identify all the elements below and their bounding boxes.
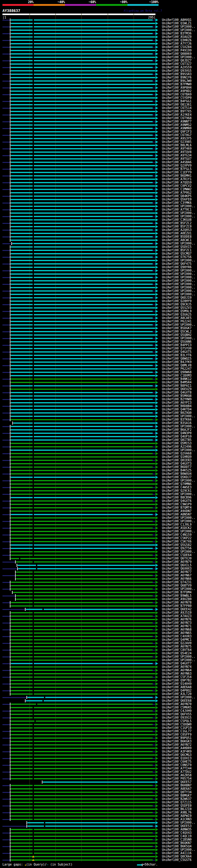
hit-label[interactable]: UniRef100_A9UZ80 [162, 598, 192, 601]
hit-bar[interactable] [11, 487, 153, 488]
hit-bar[interactable] [11, 168, 153, 170]
hit-label[interactable]: UniRef100_A8CAE5 [162, 316, 192, 320]
hit-label[interactable]: UniRef100_P05754 [162, 777, 192, 780]
hit-label[interactable]: UniRef100_A4I116 [162, 852, 192, 855]
hit-bar[interactable] [11, 514, 153, 515]
hit-bar[interactable] [11, 494, 153, 495]
hit-bar[interactable] [11, 663, 153, 664]
hit-label[interactable]: UniRef100_A9P8H4 [162, 86, 192, 89]
hit-bar[interactable] [11, 622, 153, 623]
hit-label[interactable]: UniRef100_Q6DJI0 [162, 296, 192, 299]
hit-label[interactable]: UniRef100_B6DMH1 [162, 174, 192, 177]
hit-bar[interactable] [11, 81, 153, 82]
hit-label[interactable]: UniRef100_Q74Z31 [162, 581, 192, 584]
hit-bar[interactable] [11, 412, 153, 413]
hit-bar[interactable] [11, 405, 153, 407]
hit-label[interactable]: UniRef100_B4NK12 [162, 377, 192, 380]
hit-label[interactable]: UniRef100_B5DGK7 [162, 327, 192, 330]
hit-bar[interactable] [11, 521, 153, 522]
hit-label[interactable]: UniRef100_UPI000.. [162, 337, 195, 340]
hit-label[interactable]: UniRef100_UPI000.. [162, 448, 195, 452]
hit-label[interactable]: UniRef100_B5FZC0 [162, 225, 192, 228]
hit-bar[interactable] [11, 629, 153, 630]
hit-label[interactable]: UniRef100_B8CB96 [162, 496, 192, 499]
hit-bar[interactable] [11, 345, 153, 346]
hit-label[interactable]: UniRef100_B5FZC2 [162, 222, 192, 225]
hit-label[interactable]: UniRef100_B7FDM4 [162, 591, 192, 594]
hit-label[interactable]: UniRef100_A3F4R9 [162, 750, 192, 753]
hit-label[interactable]: UniRef100_A8NW35 [162, 828, 192, 831]
hit-bar[interactable] [11, 555, 153, 556]
hit-label[interactable]: UniRef100_Q8ITB5 [162, 438, 192, 441]
hit-label[interactable]: UniRef100_A6ZR58 [162, 774, 192, 777]
hit-label[interactable]: UniRef100_A7QQS9 [162, 181, 192, 184]
hit-label[interactable]: UniRef100_A9P8D2 [162, 90, 192, 93]
hit-bar[interactable] [11, 229, 153, 230]
hit-bar[interactable] [11, 771, 153, 773]
hit-label[interactable]: UniRef100_C5DE64 [162, 554, 192, 557]
hit-label[interactable]: UniRef100_A8CWC1 [162, 239, 192, 242]
hit-label[interactable]: UniRef100_B6DDT7 [162, 466, 192, 469]
hit-bar[interactable] [11, 582, 153, 583]
hit-bar[interactable] [11, 263, 153, 265]
hit-label[interactable]: UniRef100_A7P0G2 [162, 191, 192, 194]
hit-bar[interactable] [11, 134, 153, 136]
hit-bar[interactable] [11, 94, 153, 95]
hit-bar[interactable] [11, 277, 153, 278]
hit-label[interactable]: UniRef100_A3LT20 [162, 692, 192, 695]
hit-label[interactable]: UniRef100_B4FGG1 [162, 100, 192, 103]
hit-label[interactable]: UniRef100_Q4GXT5 [162, 350, 192, 353]
hit-bar[interactable] [27, 826, 153, 827]
hit-label[interactable]: UniRef100_A2I496 [162, 445, 192, 448]
hit-label[interactable]: UniRef100_A9S3Y5 [162, 137, 192, 140]
hit-label[interactable]: UniRef100_C1BXM3 [162, 374, 192, 377]
hit-label[interactable]: UniRef100_Q3UA25 [162, 313, 192, 316]
hit-bar[interactable] [11, 433, 153, 434]
hit-label[interactable]: UniRef100_Q1WLZ1 [162, 22, 192, 25]
hit-label[interactable]: UniRef100_A9NMR0 [162, 127, 192, 130]
hit-label[interactable]: UniRef100_C5DQW0 [162, 723, 192, 726]
hit-label[interactable]: UniRef100_B3SA16 [162, 422, 192, 425]
hit-label[interactable]: UniRef100_UPI000.. [162, 25, 195, 28]
hit-label[interactable]: UniRef100_Q9CRJ5 [162, 303, 192, 306]
hit-label[interactable]: UniRef100_UPI000.. [162, 279, 195, 282]
hit-label[interactable]: UniRef100_A4SBA6 [162, 161, 192, 164]
hit-bar[interactable] [11, 419, 153, 420]
hit-bar[interactable] [11, 588, 153, 590]
hit-bar[interactable] [11, 636, 153, 637]
hit-bar[interactable] [11, 114, 153, 116]
hit-bar[interactable] [11, 558, 155, 559]
hit-bar[interactable] [11, 40, 153, 41]
hit-label[interactable]: UniRef100_B0WXU4 [162, 472, 192, 475]
hit-bar[interactable] [11, 365, 153, 366]
hit-label[interactable]: UniRef100_A6YN79 [162, 560, 192, 563]
hit-label[interactable]: UniRef100_P49199 [162, 49, 192, 52]
hit-bar[interactable] [11, 819, 153, 820]
hit-label[interactable]: UniRef100_A6YN74 [162, 665, 192, 669]
hit-bar[interactable] [26, 609, 153, 610]
hit-label[interactable]: UniRef100_UPI000.. [162, 425, 195, 428]
hit-bar[interactable] [11, 500, 153, 502]
hit-bar[interactable] [11, 426, 153, 427]
hit-bar[interactable] [11, 26, 153, 27]
hit-bar[interactable] [11, 677, 153, 678]
hit-label[interactable]: UniRef100_C0NST9 [162, 764, 192, 767]
hit-label[interactable]: UniRef100_C5GST6 [162, 859, 192, 862]
hit-label[interactable]: UniRef100_Q4P8Q2 [162, 689, 192, 692]
hit-bar[interactable] [11, 195, 153, 197]
hit-label[interactable]: UniRef100_Q54E24 [162, 652, 192, 655]
hit-label[interactable]: UniRef100_A9TG34 [162, 154, 192, 157]
hit-bar[interactable] [11, 317, 153, 319]
hit-label[interactable]: UniRef100_Q0JDZ7 [162, 59, 192, 62]
hit-bar[interactable] [11, 602, 153, 603]
hit-label[interactable]: UniRef100_C6T968 [162, 117, 192, 120]
hit-label[interactable]: UniRef100_UPI000.. [162, 215, 195, 218]
hit-label[interactable]: UniRef100_B7QMT4 [162, 506, 192, 509]
hit-label[interactable]: UniRef100_Q5G582 [162, 544, 192, 547]
hit-label[interactable]: UniRef100_B4K5Z5 [162, 469, 192, 472]
hit-label[interactable]: UniRef100_B3TM36 [162, 32, 192, 35]
hit-bar[interactable] [11, 453, 153, 454]
hit-bar[interactable] [16, 561, 153, 563]
hit-bar[interactable] [11, 209, 153, 210]
hit-label[interactable]: UniRef100_A7TI44 [162, 767, 192, 770]
